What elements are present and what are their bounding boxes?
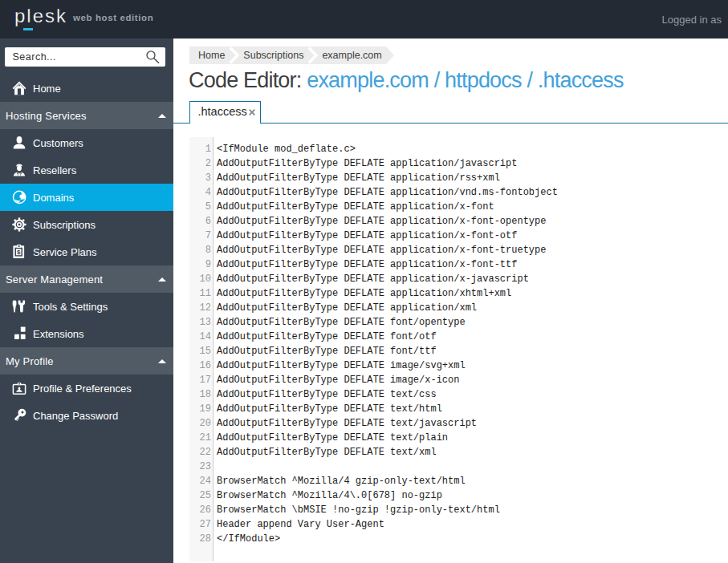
svg-text:$: $ [17, 249, 21, 256]
